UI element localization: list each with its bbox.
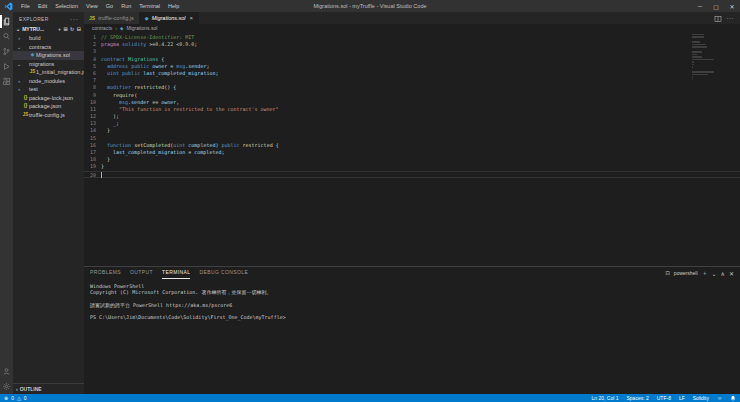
menu-view[interactable]: View — [82, 0, 102, 12]
tree-item-1-initial-migration-js[interactable]: JS1_initial_migration.js — [13, 68, 84, 77]
breadcrumb[interactable]: contracts › ◆ Migrations.sol — [84, 24, 740, 32]
close-tab-icon[interactable]: × — [190, 15, 194, 21]
problems-status[interactable]: ⊗ 0 △ 0 — [4, 395, 27, 401]
more-actions-icon[interactable]: ··· — [727, 15, 735, 21]
minimap-line — [692, 34, 704, 35]
indentation[interactable]: Spaces: 2 — [627, 395, 649, 401]
menu-edit[interactable]: Edit — [34, 0, 51, 12]
line-number: 12 — [84, 113, 101, 120]
menu-selection[interactable]: Selection — [51, 0, 82, 12]
code-token: "This function is restricted to the cont… — [119, 106, 279, 112]
maximize-panel-icon[interactable]: ∧ — [721, 270, 725, 277]
eol[interactable]: LF — [679, 395, 685, 401]
panel-tab-output[interactable]: OUTPUT — [130, 267, 153, 279]
tree-item-contracts[interactable]: ⌄contracts — [13, 43, 84, 52]
maximize-button[interactable]: ▢ — [708, 0, 724, 12]
tree-item-package-json[interactable]: {}package.json — [13, 102, 84, 111]
tree-item-label: package-lock.json — [29, 94, 73, 103]
breadcrumb-folder[interactable]: contracts — [92, 25, 112, 31]
tree-item-migrations[interactable]: ⌄migrations — [13, 60, 84, 69]
minimap-line — [692, 59, 714, 60]
code-token: = — [185, 149, 194, 155]
breadcrumb-file[interactable]: Migrations.sol — [126, 25, 157, 31]
shell-label[interactable]: powershell — [674, 270, 698, 276]
cursor-position[interactable]: Ln 20, Col 1 — [592, 395, 619, 401]
feedback-smiley-icon[interactable]: ☺ — [717, 395, 722, 401]
tree-item-test[interactable]: ›test — [13, 85, 84, 94]
run-debug-icon[interactable] — [0, 59, 13, 74]
menu-help[interactable]: Help — [164, 0, 183, 12]
code-token: ; — [221, 149, 224, 155]
new-terminal-icon[interactable]: ＋ — [702, 269, 708, 278]
workspace-section-header[interactable]: ⌄ MYTRU... +⊞↻⊟ — [13, 25, 84, 34]
source-control-icon[interactable] — [0, 44, 13, 59]
explorer-icon[interactable] — [0, 14, 13, 29]
window-controls: ─ ▢ ✕ — [692, 0, 740, 12]
minimap[interactable] — [692, 34, 714, 84]
menu-run[interactable]: Run — [117, 0, 135, 12]
line-number: 8 — [84, 84, 101, 91]
code-token: public — [122, 70, 140, 76]
terminal-dropdown-icon[interactable]: ⌄ — [712, 270, 717, 277]
text-cursor — [101, 172, 102, 178]
terminal-shell-icon: ⊡ — [665, 270, 669, 276]
terminal-line: PS C:\Users\Jim\Documents\Code\Solidity\… — [90, 314, 740, 320]
code-token: ); — [101, 113, 119, 119]
code-token: _; — [101, 120, 119, 126]
code-token: sender — [131, 99, 149, 105]
panel-header: PROBLEMSOUTPUTTERMINALDEBUG CONSOLE ⊡ po… — [84, 267, 740, 279]
code-line: 8 modifier restricted() { — [84, 84, 740, 91]
tree-item-truffle-config-js[interactable]: JStruffle-config.js — [13, 111, 84, 120]
minimap-line — [692, 66, 693, 67]
code-line: 3 — [84, 48, 740, 55]
code-line-text: modifier restricted() { — [101, 84, 740, 91]
code-token: last_completed_migration — [143, 70, 215, 76]
search-icon[interactable] — [0, 29, 13, 44]
panel-tab-problems[interactable]: PROBLEMS — [90, 267, 121, 279]
code-editor[interactable]: 1// SPDX-License-Identifier: MIT2pragma … — [84, 32, 740, 266]
terminal-output[interactable]: Windows PowerShellCopyright (C) Microsof… — [84, 279, 740, 394]
collapse-all-icon[interactable]: ⊟ — [77, 26, 81, 32]
code-token: completed — [188, 142, 215, 148]
explorer-more-icon[interactable]: ··· — [70, 16, 79, 22]
minimize-button[interactable]: ─ — [692, 0, 708, 12]
new-file-icon[interactable]: + — [58, 26, 61, 32]
close-panel-icon[interactable]: ✕ — [729, 270, 734, 277]
menu-go[interactable]: Go — [102, 0, 117, 12]
code-token: ; — [215, 70, 218, 76]
code-token: owner — [152, 63, 167, 69]
new-folder-icon[interactable]: ⊞ — [63, 26, 67, 32]
panel-tab-terminal[interactable]: TERMINAL — [162, 267, 190, 279]
language-mode[interactable]: Solidity — [693, 395, 709, 401]
tree-item-migrations-sol[interactable]: ◆Migrations.sol — [13, 51, 84, 60]
menu-terminal[interactable]: Terminal — [135, 0, 164, 12]
chevron-down-icon: ⌄ — [16, 26, 20, 32]
code-line: 9 require( — [84, 92, 740, 99]
line-number: 16 — [84, 142, 101, 149]
settings-gear-icon[interactable] — [0, 379, 13, 394]
minimap-line — [692, 64, 694, 65]
tab-truffle-config-js[interactable]: JStruffle-config.js — [84, 12, 140, 24]
panel-tab-debug-console[interactable]: DEBUG CONSOLE — [199, 267, 248, 279]
code-line-text: pragma solidity >=0.4.22 <0.9.0; — [101, 41, 740, 48]
menu-file[interactable]: File — [17, 0, 34, 12]
extensions-icon[interactable] — [0, 74, 13, 89]
notifications-bell-icon[interactable] — [730, 395, 736, 402]
tree-item-label: 1_initial_migration.js — [36, 68, 84, 77]
line-number: 7 — [84, 77, 101, 84]
tab-migrations-sol[interactable]: ◆Migrations.sol× — [140, 12, 199, 24]
tree-item-node-modules[interactable]: ›node_modules — [13, 77, 84, 86]
line-number: 6 — [84, 70, 101, 77]
account-icon[interactable] — [0, 364, 13, 379]
close-button[interactable]: ✕ — [724, 0, 740, 12]
line-number: 2 — [84, 41, 101, 48]
tree-item-build[interactable]: ›build — [13, 34, 84, 43]
code-token: solidity — [122, 41, 146, 47]
explorer-header: EXPLORER ··· — [13, 12, 84, 25]
tab-label: Migrations.sol — [152, 15, 186, 21]
tree-item-package-lock-json[interactable]: {}package-lock.json — [13, 94, 84, 103]
refresh-icon[interactable]: ↻ — [70, 26, 74, 32]
encoding[interactable]: UTF-8 — [657, 395, 671, 401]
outline-section[interactable]: › OUTLINE — [13, 383, 84, 394]
minimap-line — [692, 46, 707, 47]
